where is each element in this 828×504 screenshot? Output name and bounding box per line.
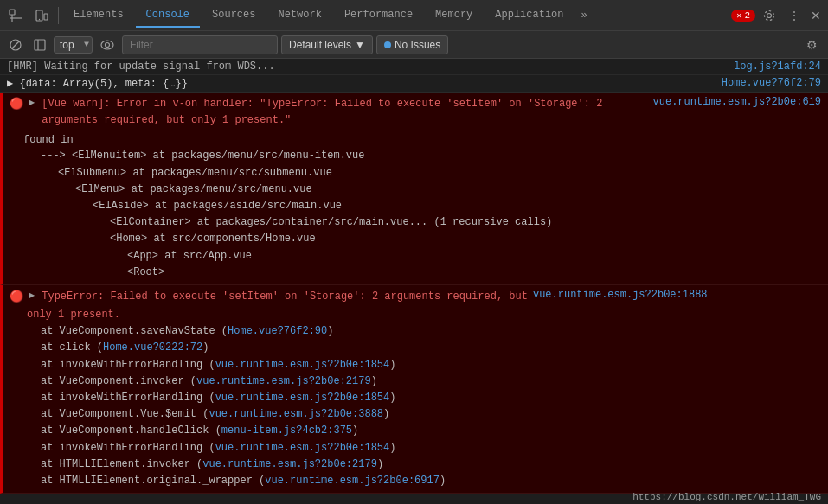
settings-button[interactable]	[757, 5, 781, 26]
type-stack-5: at invokeWithErrorHandling (vue.runtime.…	[23, 390, 821, 406]
stack-line-1: ---> <ElMenuitem> at packages/menu/src/m…	[23, 148, 821, 164]
obj-log-line: ▶ {data: Array(5), meta: {…}} Home.vue?7…	[0, 75, 828, 93]
stack-line-3: <ElMenu> at packages/menu/src/menu.vue	[23, 182, 821, 198]
svg-point-5	[39, 18, 40, 19]
stack-line-5: <ElContainer> at packages/container/src/…	[23, 214, 821, 231]
tab-sources[interactable]: Sources	[202, 3, 266, 28]
hmr-log-link[interactable]: log.js?1afd:24	[734, 61, 821, 73]
tab-application[interactable]: Application	[485, 3, 574, 28]
error-badge[interactable]: ✕ 2	[731, 10, 755, 22]
svg-point-13	[106, 42, 110, 47]
type-link-7[interactable]: menu-item.js?4cb2:375	[221, 424, 352, 437]
error-icon-2: 🔴	[10, 290, 23, 303]
type-link-1[interactable]: Home.vue?76f2:90	[228, 325, 327, 337]
no-issues-button[interactable]: No Issues	[376, 35, 448, 54]
eye-toggle-button[interactable]	[96, 37, 119, 53]
type-stack-4: at VueComponent.invoker (vue.runtime.esm…	[23, 373, 821, 390]
type-stack-2: at click (Home.vue?0222:72)	[23, 340, 821, 356]
svg-rect-0	[10, 10, 15, 15]
vue-warn-stack: ---> <ElMenuitem> at packages/menu/src/m…	[23, 148, 821, 281]
tab-memory[interactable]: Memory	[425, 3, 483, 28]
expand-arrow-2[interactable]: ▶	[29, 289, 35, 302]
tab-elements[interactable]: Elements	[63, 3, 134, 28]
stack-line-4: <ElAside> at packages/aside/src/main.vue	[23, 198, 821, 214]
levels-chevron-icon: ▼	[355, 39, 365, 51]
type-link-6[interactable]: vue.runtime.esm.js?2b0e:3888	[209, 408, 383, 420]
svg-point-7	[765, 10, 774, 20]
device-toggle-button[interactable]	[29, 5, 54, 26]
obj-log-link[interactable]: Home.vue?76f2:79	[722, 77, 821, 90]
type-stack-7: at VueComponent.handleClick (menu-item.j…	[23, 423, 821, 439]
svg-rect-4	[44, 14, 48, 20]
vue-warn-text: [Vue warn]: Error in v-on handler: "Type…	[42, 96, 647, 129]
console-output: [HMR] Waiting for update signal from WDS…	[0, 59, 828, 504]
no-issues-label: No Issues	[395, 39, 440, 51]
type-link-10[interactable]: vue.runtime.esm.js?2b0e:6917	[265, 475, 440, 487]
context-selector-wrap: top ▼	[54, 36, 93, 54]
console-settings-button[interactable]: ⚙	[801, 35, 823, 54]
console-toolbar: top ▼ Default levels ▼ No Issues ⚙	[0, 31, 828, 59]
type-stack-8: at invokeWithErrorHandling (vue.runtime.…	[23, 440, 821, 456]
vue-warn-header: 🔴 ▶ [Vue warn]: Error in v-on handler: "…	[23, 96, 821, 129]
obj-log-text[interactable]: ▶ {data: Array(5), meta: {…}}	[7, 77, 188, 90]
type-stack-1: at VueComponent.saveNavState (Home.vue?7…	[23, 323, 821, 340]
context-select[interactable]: top	[54, 36, 93, 54]
svg-point-6	[767, 13, 772, 17]
log-levels-button[interactable]: Default levels ▼	[281, 35, 373, 54]
devtools-toolbar: Elements Console Sources Network Perform…	[0, 0, 828, 31]
stack-line-8: <Root>	[23, 265, 821, 281]
vue-warn-link[interactable]: vue.runtime.esm.js?2b0e:619	[653, 96, 821, 108]
levels-label: Default levels	[289, 39, 351, 51]
typeerror-stack: at VueComponent.saveNavState (Home.vue?7…	[23, 323, 821, 489]
type-link-5[interactable]: vue.runtime.esm.js?2b0e:1854	[215, 392, 390, 404]
separator	[58, 7, 59, 24]
stack-line-6: <Home> at src/components/Home.vue	[23, 231, 821, 247]
found-in-label: found in	[23, 131, 821, 148]
svg-rect-10	[35, 40, 45, 50]
type-link-3[interactable]: vue.runtime.esm.js?2b0e:1854	[215, 359, 390, 371]
type-stack-3: at invokeWithErrorHandling (vue.runtime.…	[23, 357, 821, 373]
tab-console[interactable]: Console	[136, 3, 200, 28]
typeerror-text2: only 1 present.	[23, 307, 821, 323]
tab-performance[interactable]: Performance	[334, 3, 423, 28]
vue-warn-error-block: 🔴 ▶ [Vue warn]: Error in v-on handler: "…	[0, 93, 828, 285]
typeerror-error-block: 🔴 ▶ TypeError: Failed to execute 'setIte…	[0, 285, 828, 494]
type-link-9[interactable]: vue.runtime.esm.js?2b0e:2179	[202, 458, 377, 470]
stack-line-2: <ElSubmenu> at packages/menu/src/submenu…	[23, 165, 821, 182]
inspect-element-button[interactable]	[3, 5, 28, 26]
svg-line-9	[12, 41, 19, 48]
status-url: https://blog.csdn.net/William_TWG	[632, 492, 821, 502]
type-link-8[interactable]: vue.runtime.esm.js?2b0e:1854	[215, 442, 390, 454]
type-stack-10: at HTMLLIElement.original._wrapper (vue.…	[23, 473, 821, 489]
no-issues-dot-icon	[384, 41, 391, 48]
clear-console-button[interactable]	[5, 36, 26, 54]
type-stack-6: at VueComponent.Vue.$emit (vue.runtime.e…	[23, 406, 821, 423]
hmr-log-text: [HMR] Waiting for update signal from WDS…	[7, 61, 275, 73]
close-errors-icon: ✕	[736, 10, 741, 21]
expand-arrow-1[interactable]: ▶	[29, 96, 35, 109]
error-icon-1: 🔴	[10, 97, 23, 111]
toggle-sidebar-button[interactable]	[29, 36, 50, 54]
type-link-2[interactable]: Home.vue?0222:72	[103, 341, 202, 354]
close-devtools-button[interactable]: ✕	[807, 5, 825, 26]
status-bar: https://blog.csdn.net/William_TWG	[626, 490, 828, 504]
more-options-button[interactable]: ⋮	[783, 5, 806, 26]
more-tabs-button[interactable]: »	[576, 6, 593, 25]
svg-point-12	[101, 41, 113, 49]
filter-input[interactable]	[122, 35, 278, 54]
typeerror-text: TypeError: Failed to execute 'setItem' o…	[42, 289, 528, 305]
type-link-4[interactable]: vue.runtime.esm.js?2b0e:2179	[196, 375, 371, 387]
error-count: 2	[744, 10, 750, 21]
typeerror-header: 🔴 ▶ TypeError: Failed to execute 'setIte…	[23, 289, 821, 305]
typeerror-link[interactable]: vue.runtime.esm.js?2b0e:1888	[533, 289, 708, 301]
stack-line-7: <App> at src/App.vue	[23, 248, 821, 265]
tab-network[interactable]: Network	[267, 3, 331, 28]
type-stack-9: at HTMLLIElement.invoker (vue.runtime.es…	[23, 456, 821, 473]
hmr-log-line: [HMR] Waiting for update signal from WDS…	[0, 59, 828, 75]
